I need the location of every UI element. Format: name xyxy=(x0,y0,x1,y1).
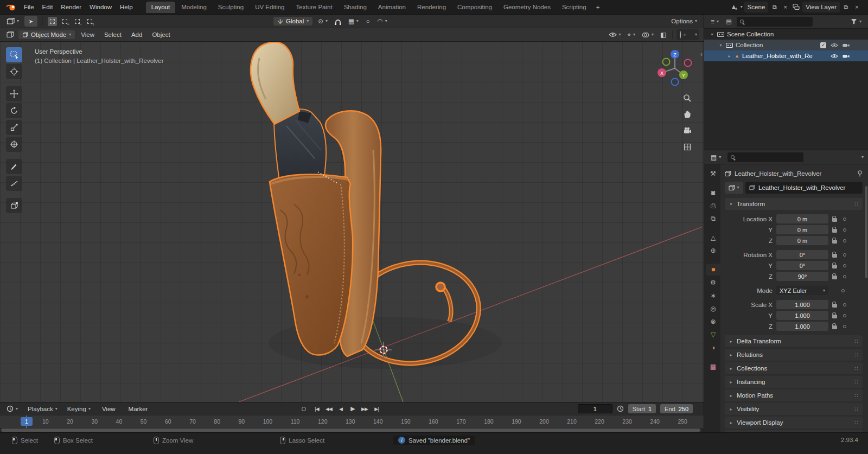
tool-transform[interactable] xyxy=(6,137,22,152)
outliner-editor-type-button[interactable]: ≡▾ xyxy=(709,17,721,27)
tab-modifiers[interactable]: ⚙ xyxy=(706,277,720,289)
viewport-editor-icon[interactable] xyxy=(4,30,16,39)
tool-cursor[interactable] xyxy=(6,64,22,79)
select-mode-new-button[interactable] xyxy=(48,17,57,26)
play-button[interactable]: ▶ xyxy=(347,404,358,414)
snap-settings-dropdown[interactable]: ▦▾ xyxy=(346,16,361,26)
scale-y-field[interactable]: 1.000 xyxy=(776,311,828,320)
timeline-ruler[interactable]: 1 10203040506070809010011012013014015016… xyxy=(0,415,704,428)
tab-texture[interactable]: ▩ xyxy=(706,361,720,373)
animate-dot-icon[interactable] xyxy=(843,303,846,306)
tab-material[interactable]: ◑ xyxy=(706,342,720,354)
hide-viewport-eye-icon[interactable] xyxy=(831,54,838,59)
tab-physics[interactable]: ◎ xyxy=(706,303,720,315)
animate-dot-icon[interactable] xyxy=(843,218,846,221)
tool-move[interactable] xyxy=(6,86,22,101)
location-x-field[interactable]: 0 m xyxy=(776,214,828,223)
transform-orientation-dropdown[interactable]: Global ▾ xyxy=(273,17,312,25)
rotation-z-field[interactable]: 90° xyxy=(776,272,828,281)
properties-options-icon[interactable]: ▾ xyxy=(861,155,864,159)
animate-dot-icon[interactable] xyxy=(843,325,846,328)
camera-view-button[interactable] xyxy=(681,124,694,137)
tab-object[interactable]: ■ xyxy=(706,264,720,276)
jump-to-end-button[interactable]: ▶| xyxy=(371,404,382,414)
panel-grip-icon[interactable]: ∷ xyxy=(854,365,859,372)
lock-icon[interactable] xyxy=(832,240,837,244)
navigation-gizmo[interactable]: Z X Y xyxy=(654,47,696,89)
add-workspace-button[interactable]: + xyxy=(592,2,604,12)
workspace-tab-compositing[interactable]: Compositing xyxy=(452,2,497,13)
previous-keyframe-button[interactable]: ◀◀ xyxy=(323,404,334,414)
gizmo-y-neg-axis[interactable] xyxy=(663,59,670,66)
timeline-view-menu[interactable]: View xyxy=(98,404,119,414)
current-frame-field[interactable]: 1 xyxy=(578,404,612,413)
object-label[interactable]: Leather_Holster_with_Re xyxy=(742,53,813,59)
cord-knot[interactable] xyxy=(436,283,445,291)
scene-collection-label[interactable]: Scene Collection xyxy=(727,31,774,37)
tab-scene[interactable]: △ xyxy=(706,232,720,244)
disable-render-camera-icon[interactable] xyxy=(843,54,850,59)
animate-dot-icon[interactable] xyxy=(843,253,846,257)
workspace-tab-geometry-nodes[interactable]: Geometry Nodes xyxy=(498,2,556,13)
collection-label[interactable]: Collection xyxy=(736,42,763,48)
use-preview-range-icon[interactable] xyxy=(617,405,624,412)
breadcrumb-object-name[interactable]: Leather_Holster_with_Revolver xyxy=(735,170,821,177)
workspace-tab-texture-paint[interactable]: Texture Paint xyxy=(291,2,338,13)
rotation-mode-dropdown[interactable]: XYZ Euler ▾ xyxy=(776,286,828,295)
new-view-layer-icon[interactable]: ⧉ xyxy=(841,2,851,12)
outliner-filter-dropdown[interactable]: ▾ xyxy=(848,17,864,25)
orthographic-toggle-button[interactable] xyxy=(681,140,694,154)
animate-dot-icon[interactable] xyxy=(843,264,846,267)
properties-search[interactable] xyxy=(727,152,803,162)
panel-instancing[interactable]: ▸ Instancing ∷ xyxy=(725,376,863,388)
workspace-tab-scripting[interactable]: Scripting xyxy=(557,2,592,13)
delete-scene-icon[interactable]: × xyxy=(781,2,790,12)
disclosure-icon[interactable]: ▸ xyxy=(727,54,732,59)
select-mode-subtract-button[interactable]: − xyxy=(73,17,82,26)
shading-rendered-button[interactable] xyxy=(691,34,693,36)
scale-x-field[interactable]: 1.000 xyxy=(776,300,828,309)
object-id-type-button[interactable]: ▾ xyxy=(725,182,743,194)
disable-render-camera-icon[interactable] xyxy=(843,43,850,48)
tab-object-data[interactable]: ▽ xyxy=(706,329,720,341)
blender-logo-icon[interactable] xyxy=(5,3,16,11)
scene-icon[interactable] xyxy=(730,2,739,12)
revolver-grip[interactable] xyxy=(251,42,299,124)
panel-delta-transform[interactable]: ▸ Delta Transform ∷ xyxy=(725,335,863,347)
gizmo-z-neg-axis[interactable] xyxy=(672,79,679,86)
location-z-field[interactable]: 0 m xyxy=(776,236,828,245)
tool-annotate[interactable] xyxy=(6,159,22,174)
outliner-row-collection[interactable]: ▾ Collection ✓ xyxy=(704,40,868,50)
object-visibility-dropdown[interactable]: ▾ xyxy=(607,31,623,39)
tab-view-layer[interactable]: ⧉ xyxy=(706,213,720,225)
scale-z-field[interactable]: 1.000 xyxy=(776,322,828,331)
animate-dot-icon[interactable] xyxy=(843,228,846,232)
lock-icon[interactable] xyxy=(832,265,837,268)
shading-material-button[interactable] xyxy=(687,34,690,36)
scene-chevron-icon[interactable]: ▾ xyxy=(741,5,743,9)
menu-edit[interactable]: Edit xyxy=(39,2,57,12)
workspace-tab-rendering[interactable]: Rendering xyxy=(412,2,451,13)
panel-relations[interactable]: ▸ Relations ∷ xyxy=(725,349,863,361)
workspace-tab-sculpting[interactable]: Sculpting xyxy=(213,2,249,13)
lock-icon[interactable] xyxy=(832,276,837,279)
timeline-scrollbar[interactable] xyxy=(0,428,704,432)
tab-constraints[interactable]: ⊗ xyxy=(706,316,720,328)
animate-dot-icon[interactable] xyxy=(843,239,846,242)
xray-toggle-button[interactable]: ◧ xyxy=(658,30,668,40)
next-keyframe-button[interactable]: ▶▶ xyxy=(359,404,370,414)
lock-icon[interactable] xyxy=(832,218,837,222)
menu-window[interactable]: Window xyxy=(86,2,116,12)
workspace-tab-shading[interactable]: Shading xyxy=(339,2,372,13)
proportional-falloff-dropdown[interactable]: ◠▾ xyxy=(375,16,390,26)
gizmo-x-neg-axis[interactable] xyxy=(685,60,692,67)
properties-search-input[interactable] xyxy=(737,154,800,161)
panel-grip-icon[interactable]: ∷ xyxy=(854,201,859,208)
end-frame-field[interactable]: End250 xyxy=(660,404,693,413)
editor-type-button[interactable]: ▾ xyxy=(4,17,21,26)
menu-render[interactable]: Render xyxy=(57,2,85,12)
panel-motion-paths[interactable]: ▸ Motion Paths ∷ xyxy=(725,389,863,401)
transform-panel-header[interactable]: ▾ Transform ∷ xyxy=(725,198,863,210)
tab-render[interactable]: ◙ xyxy=(706,187,720,199)
overlays-dropdown[interactable]: ▾ xyxy=(640,31,656,39)
